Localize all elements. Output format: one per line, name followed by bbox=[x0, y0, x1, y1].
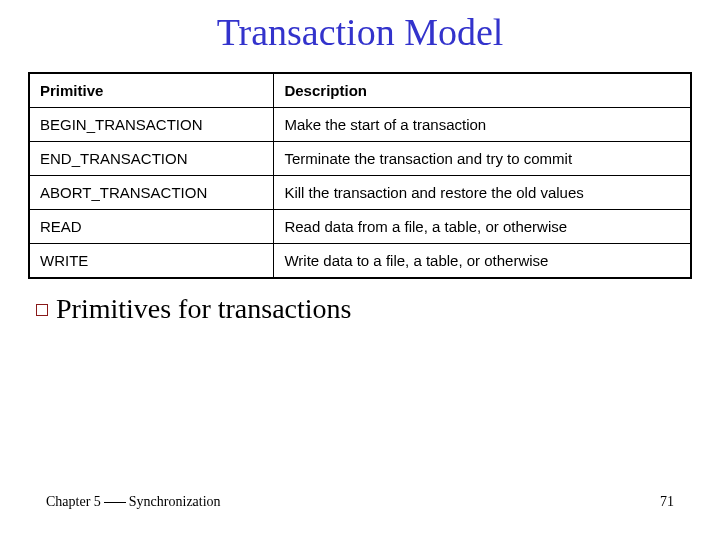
caption-text: Primitives for transactions bbox=[56, 293, 352, 324]
cell-description: Read data from a file, a table, or other… bbox=[274, 210, 691, 244]
footer-chapter-prefix: Chapter 5 bbox=[46, 494, 101, 509]
cell-description: Kill the transaction and restore the old… bbox=[274, 176, 691, 210]
cell-primitive: READ bbox=[29, 210, 274, 244]
cell-primitive: WRITE bbox=[29, 244, 274, 279]
footer-chapter-suffix: Synchronization bbox=[129, 494, 221, 509]
cell-primitive: BEGIN_TRANSACTION bbox=[29, 108, 274, 142]
table-row: BEGIN_TRANSACTION Make the start of a tr… bbox=[29, 108, 691, 142]
footer-chapter: Chapter 5Synchronization bbox=[46, 494, 221, 510]
cell-description: Make the start of a transaction bbox=[274, 108, 691, 142]
header-primitive: Primitive bbox=[29, 73, 274, 108]
table-row: WRITE Write data to a file, a table, or … bbox=[29, 244, 691, 279]
slide: Transaction Model Primitive Description … bbox=[0, 0, 720, 540]
cell-primitive: ABORT_TRANSACTION bbox=[29, 176, 274, 210]
table-row: READ Read data from a file, a table, or … bbox=[29, 210, 691, 244]
dash-icon bbox=[104, 502, 126, 503]
table-row: END_TRANSACTION Terminate the transactio… bbox=[29, 142, 691, 176]
square-bullet-icon bbox=[36, 304, 48, 316]
header-description: Description bbox=[274, 73, 691, 108]
cell-description: Terminate the transaction and try to com… bbox=[274, 142, 691, 176]
table-header-row: Primitive Description bbox=[29, 73, 691, 108]
page-title: Transaction Model bbox=[28, 10, 692, 54]
cell-primitive: END_TRANSACTION bbox=[29, 142, 274, 176]
footer-page-number: 71 bbox=[660, 494, 674, 510]
cell-description: Write data to a file, a table, or otherw… bbox=[274, 244, 691, 279]
primitives-table: Primitive Description BEGIN_TRANSACTION … bbox=[28, 72, 692, 279]
caption-line: Primitives for transactions bbox=[28, 293, 692, 325]
table-row: ABORT_TRANSACTION Kill the transaction a… bbox=[29, 176, 691, 210]
